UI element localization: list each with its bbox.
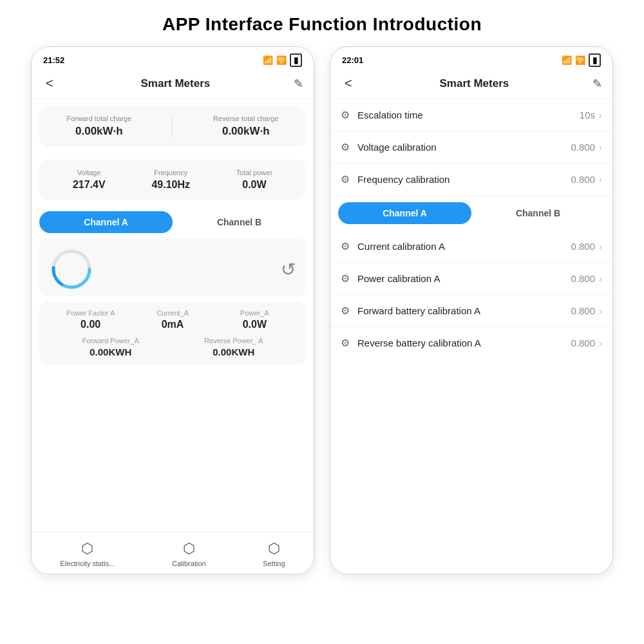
chevron-icon-forward-battery: ›	[599, 305, 602, 316]
settings-label-reverse-battery: Reverse battery calibration A	[357, 337, 571, 348]
settings-value-escalation: 10s	[580, 109, 595, 120]
power-factor-label: Power Factor A	[50, 309, 131, 317]
forward-power-label: Forward Power_A	[82, 337, 139, 345]
power-metric: Total power 0.0W	[236, 169, 272, 191]
settings-item-power-cal[interactable]: ⚙ Power calibration A 0.800 ›	[330, 263, 612, 295]
setting-label: Setting	[263, 560, 285, 567]
nav-title-right: Smart Meters	[439, 77, 509, 90]
settings-value-reverse-battery: 0.800	[571, 337, 595, 348]
stats-card: Power Factor A 0.00 Current_A 0mA Power_…	[39, 301, 306, 365]
settings-label-current-cal: Current calibration A	[357, 241, 571, 252]
settings-value-power-cal: 0.800	[571, 273, 595, 284]
gear-icon-forward-battery: ⚙	[341, 305, 350, 317]
battery-icon-r: ▮	[589, 53, 601, 67]
settings-item-voltage[interactable]: ⚙ Voltage calibration 0.800 ›	[330, 131, 612, 164]
nav-bar-left: < Smart Meters ✎	[32, 71, 314, 99]
edit-button-left[interactable]: ✎	[294, 77, 303, 91]
forward-charge-value: 0.00kW·h	[66, 125, 131, 138]
frequency-value: 49.10Hz	[151, 179, 190, 191]
tab-channel-b-right[interactable]: Channel B	[471, 202, 605, 224]
status-bar-right: 22:01 📶 🛜 ▮	[330, 47, 612, 71]
gauge-circle	[50, 247, 93, 291]
calibration-label: Calibration	[172, 560, 206, 567]
back-button-right[interactable]: <	[341, 75, 356, 92]
power-factor-value: 0.00	[50, 319, 131, 330]
tab-channel-a-right[interactable]: Channel A	[338, 202, 471, 224]
settings-item-frequency[interactable]: ⚙ Frequency calibration 0.800 ›	[330, 164, 612, 196]
reverse-charge-value: 0.00kW·h	[213, 125, 279, 138]
reverse-charge-label: Reverse total charge	[213, 115, 279, 122]
settings-item-forward-battery[interactable]: ⚙ Forward battery calibration A 0.800 ›	[330, 295, 612, 327]
wifi-icon: 🛜	[276, 55, 287, 65]
nav-setting[interactable]: ⬡ Setting	[263, 540, 285, 567]
forward-power: Forward Power_A 0.00KWH	[82, 337, 139, 357]
settings-label-power-cal: Power calibration A	[357, 273, 571, 284]
tab-channel-a-left[interactable]: Channel A	[39, 211, 173, 233]
nav-bar-right: < Smart Meters ✎	[330, 71, 612, 99]
chevron-icon-reverse-battery: ›	[599, 337, 602, 348]
current-value: 0mA	[131, 319, 213, 330]
chevron-icon-voltage: ›	[599, 142, 602, 153]
signal-icon-r: 📶	[562, 55, 572, 65]
chevron-icon-escalation: ›	[599, 109, 602, 120]
settings-item-reverse-battery[interactable]: ⚙ Reverse battery calibration A 0.800 ›	[330, 327, 612, 359]
settings-label-frequency: Frequency calibration	[357, 174, 571, 185]
channel-tabs-right: Channel A Channel B	[338, 202, 605, 224]
voltage-label: Voltage	[73, 169, 106, 176]
calibration-icon: ⬡	[183, 540, 195, 557]
settings-label-escalation: Escalation time	[357, 109, 580, 120]
settings-item-current-cal[interactable]: ⚙ Current calibration A 0.800 ›	[330, 231, 612, 263]
forward-power-value: 0.00KWH	[82, 346, 139, 357]
channel-tabs-left: Channel A Channel B	[39, 211, 306, 233]
chevron-icon-current-cal: ›	[599, 241, 602, 252]
edit-button-right[interactable]: ✎	[592, 77, 602, 91]
settings-label-forward-battery: Forward battery calibration A	[357, 305, 571, 316]
tab-channel-b-left[interactable]: Channel B	[173, 211, 306, 233]
gear-icon-reverse-battery: ⚙	[341, 337, 350, 349]
chevron-icon-frequency: ›	[599, 174, 602, 185]
phone-left: 21:52 📶 🛜 ▮ < Smart Meters ✎ Forward tot…	[31, 46, 314, 574]
wifi-icon-r: 🛜	[575, 55, 585, 65]
bottom-nav-left: ⬡ Electricity statis... ⬡ Calibration ⬡ …	[32, 532, 314, 574]
settings-value-current-cal: 0.800	[571, 241, 595, 252]
current-label: Current_A	[131, 309, 213, 317]
signal-icon: 📶	[263, 55, 273, 65]
nav-electricity[interactable]: ⬡ Electricity statis...	[60, 540, 115, 567]
charge-divider	[172, 115, 173, 138]
reset-icon[interactable]: ↺	[281, 259, 296, 280]
power-stat: Power_A 0.0W	[214, 309, 296, 330]
nav-title-left: Smart Meters	[140, 77, 210, 90]
settings-value-frequency: 0.800	[571, 174, 595, 185]
power-stat-value: 0.0W	[214, 319, 296, 330]
gear-icon-power-cal: ⚙	[341, 272, 350, 285]
electricity-icon: ⬡	[81, 540, 93, 557]
status-bar-left: 21:52 📶 🛜 ▮	[32, 47, 314, 71]
power-stat-label: Power_A	[214, 309, 296, 317]
settings-label-voltage: Voltage calibration	[357, 142, 571, 153]
gauge-card: ↺	[39, 238, 306, 296]
reverse-power: Reverse Power_ A 0.00KWH	[204, 337, 263, 357]
gear-icon-frequency: ⚙	[341, 173, 350, 185]
settings-value-forward-battery: 0.800	[571, 305, 595, 316]
reverse-power-value: 0.00KWH	[204, 346, 263, 357]
power-factor-stat: Power Factor A 0.00	[50, 309, 131, 330]
nav-calibration[interactable]: ⬡ Calibration	[172, 540, 206, 567]
battery-icon: ▮	[290, 53, 302, 67]
gear-icon-escalation: ⚙	[341, 109, 350, 121]
gear-icon-voltage: ⚙	[341, 141, 350, 153]
reverse-charge: Reverse total charge 0.00kW·h	[213, 115, 279, 138]
voltage-metric: Voltage 217.4V	[73, 169, 106, 191]
current-stat: Current_A 0mA	[131, 309, 213, 330]
settings-item-escalation[interactable]: ⚙ Escalation time 10s ›	[330, 99, 612, 131]
back-button-left[interactable]: <	[42, 75, 57, 92]
settings-list-top: ⚙ Escalation time 10s › ⚙ Voltage calibr…	[330, 99, 612, 574]
settings-value-voltage: 0.800	[571, 142, 595, 153]
status-icons-right: 📶 🛜 ▮	[562, 53, 601, 67]
forward-charge: Forward total charge 0.00kW·h	[66, 115, 131, 138]
time-right: 22:01	[342, 55, 363, 65]
voltage-value: 217.4V	[73, 179, 106, 191]
power-value: 0.0W	[236, 179, 272, 191]
status-icons-left: 📶 🛜 ▮	[263, 53, 302, 67]
page-title: APP Interface Function Introduction	[0, 0, 644, 46]
reverse-power-label: Reverse Power_ A	[204, 337, 263, 345]
